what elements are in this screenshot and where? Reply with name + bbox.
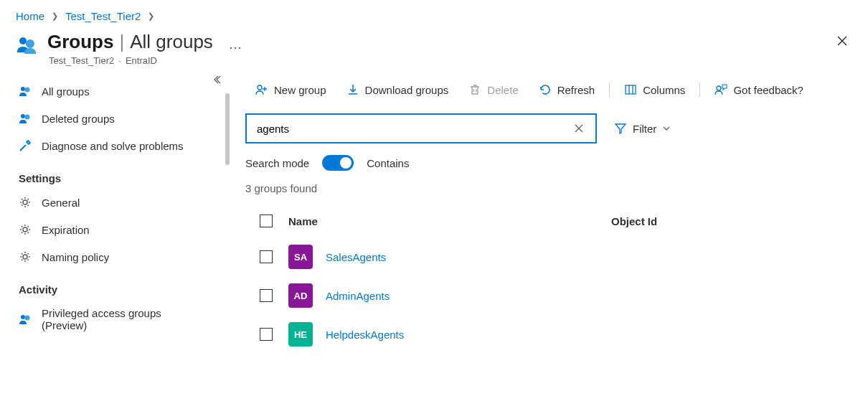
- column-header-name[interactable]: Name: [274, 215, 611, 227]
- trash-icon: [468, 83, 481, 96]
- select-all-checkbox[interactable]: [260, 214, 273, 227]
- group-avatar: HE: [288, 322, 313, 346]
- group-name-link[interactable]: SalesAgents: [326, 251, 386, 263]
- more-actions-button[interactable]: ⋯: [229, 39, 242, 55]
- groups-icon: [16, 34, 39, 57]
- columns-icon: [624, 83, 637, 96]
- svg-point-0: [19, 37, 27, 44]
- table-row[interactable]: ADAdminAgents: [245, 276, 852, 315]
- svg-point-10: [25, 316, 30, 321]
- refresh-button[interactable]: Refresh: [529, 79, 605, 100]
- table-row[interactable]: SASalesAgents: [245, 237, 852, 276]
- sidebar-item-label: General: [42, 197, 80, 209]
- page-header: Groups | All groups ⋯: [0, 28, 868, 65]
- wrench-icon: [19, 139, 32, 152]
- sidebar-item-label: Diagnose and solve problems: [42, 140, 184, 152]
- svg-point-2: [21, 87, 25, 91]
- svg-point-9: [21, 315, 25, 319]
- search-input[interactable]: [254, 120, 570, 138]
- chevron-right-icon: ❯: [52, 11, 58, 21]
- gear-icon: [19, 223, 32, 236]
- svg-point-13: [717, 86, 721, 90]
- svg-point-8: [23, 255, 27, 259]
- sidebar-item-label: Deleted groups: [42, 113, 115, 125]
- filter-button[interactable]: Filter: [608, 118, 676, 139]
- svg-rect-12: [626, 85, 636, 94]
- breadcrumb: Home ❯ Test_Test_Tier2 ❯: [0, 0, 868, 28]
- sidebar-section-settings: Settings: [13, 159, 224, 189]
- search-mode-value: Contains: [367, 157, 409, 169]
- group-name-link[interactable]: AdminAgents: [326, 290, 390, 302]
- delete-button: Delete: [458, 79, 528, 100]
- sidebar-item-all-groups[interactable]: All groups: [13, 77, 224, 105]
- svg-point-11: [258, 85, 262, 90]
- columns-button[interactable]: Columns: [614, 79, 695, 100]
- clear-search-button[interactable]: [570, 121, 588, 136]
- sidebar-item-general[interactable]: General: [13, 189, 224, 216]
- row-checkbox[interactable]: [260, 328, 273, 341]
- group-avatar: SA: [288, 245, 313, 269]
- people-icon: [19, 85, 32, 98]
- download-icon: [346, 83, 359, 96]
- sidebar-item-deleted-groups[interactable]: Deleted groups: [13, 105, 224, 132]
- sidebar-item-privileged-access[interactable]: Privileged access groups (Preview): [13, 300, 224, 339]
- row-checkbox[interactable]: [260, 250, 273, 263]
- filter-icon: [614, 122, 627, 135]
- svg-point-5: [25, 115, 30, 120]
- sidebar-item-label: All groups: [42, 85, 90, 98]
- search-mode-label: Search mode: [245, 157, 309, 169]
- person-feedback-icon: [714, 83, 727, 96]
- new-group-button[interactable]: New group: [245, 79, 336, 100]
- gear-icon: [19, 196, 32, 209]
- chevron-right-icon: ❯: [148, 11, 154, 21]
- row-checkbox[interactable]: [260, 289, 273, 302]
- sidebar-item-label: Privileged access groups (Preview): [42, 307, 185, 331]
- sidebar-section-activity: Activity: [13, 270, 224, 300]
- table-row[interactable]: HEHelpdeskAgents: [245, 315, 852, 354]
- page-title: Groups: [47, 31, 113, 53]
- svg-point-3: [25, 88, 30, 93]
- svg-point-7: [23, 227, 27, 232]
- people-icon: [19, 112, 32, 125]
- breadcrumb-home[interactable]: Home: [16, 10, 44, 22]
- sidebar-item-expiration[interactable]: Expiration: [13, 216, 224, 243]
- column-header-object-id[interactable]: Object Id: [611, 215, 852, 227]
- sidebar-item-label: Expiration: [42, 224, 90, 236]
- page-subtitle: All groups: [130, 31, 213, 53]
- table-header: Name Object Id: [245, 210, 852, 237]
- breadcrumb-tenant[interactable]: Test_Test_Tier2: [65, 10, 141, 22]
- sidebar: All groups Deleted groups Diagnose and s…: [0, 70, 230, 380]
- refresh-icon: [539, 83, 552, 96]
- svg-point-1: [26, 39, 34, 48]
- sidebar-item-label: Naming policy: [42, 251, 109, 263]
- people-plus-icon: [255, 83, 268, 96]
- command-bar: New group Download groups Delete Refresh: [245, 70, 852, 113]
- group-name-link[interactable]: HelpdeskAgents: [326, 329, 404, 341]
- search-mode-toggle[interactable]: [322, 155, 354, 171]
- gear-icon: [19, 250, 32, 263]
- sidebar-item-naming-policy[interactable]: Naming policy: [13, 243, 224, 270]
- feedback-button[interactable]: Got feedback?: [704, 79, 813, 100]
- download-groups-button[interactable]: Download groups: [336, 79, 459, 100]
- close-button[interactable]: [832, 31, 852, 51]
- main-content: New group Download groups Delete Refresh: [230, 70, 868, 380]
- svg-point-6: [23, 200, 27, 204]
- search-box: [245, 113, 597, 143]
- svg-point-4: [21, 114, 25, 118]
- results-count: 3 groups found: [245, 182, 852, 194]
- sidebar-item-diagnose[interactable]: Diagnose and solve problems: [13, 132, 224, 159]
- collapse-sidebar-button[interactable]: [211, 72, 227, 88]
- people-icon: [19, 313, 32, 326]
- chevron-down-icon: [662, 124, 671, 133]
- group-avatar: AD: [288, 283, 313, 308]
